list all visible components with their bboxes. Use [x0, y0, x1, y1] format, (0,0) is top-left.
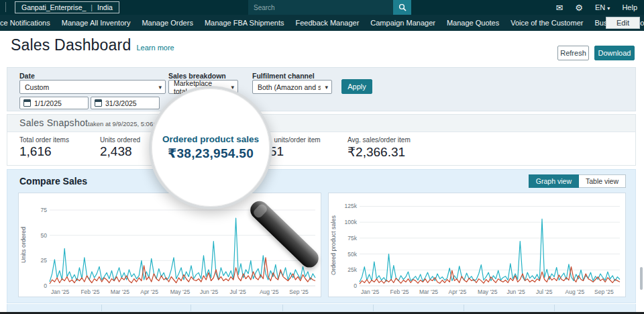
- chevron-down-icon: ▾: [158, 84, 162, 91]
- sales-snapshot-card: Sales Snapshot taken at 9/9/2025, 5:06:5…: [7, 114, 636, 166]
- language-selector[interactable]: EN ▾: [595, 3, 610, 11]
- stat-ordered-product-sales: Ordered product sales ₹38,23,954.50: [180, 136, 263, 160]
- ordered-product-sales-chart: 025k50k75k100k125kJan '25Feb '25Mar '25A…: [338, 193, 625, 297]
- svg-text:0: 0: [354, 282, 357, 289]
- svg-text:Jun '25: Jun '25: [200, 289, 218, 295]
- compare-sales-title: Compare Sales: [19, 176, 87, 187]
- date-range-select[interactable]: Custom ▾: [19, 80, 166, 94]
- stat-label: Avg. sales/order item: [347, 136, 411, 144]
- svg-text:75: 75: [41, 207, 48, 213]
- svg-text:50: 50: [41, 232, 48, 239]
- sales-snapshot-stats: Total order items 1,616 Units ordered 2,…: [7, 132, 635, 166]
- edit-nav-button[interactable]: Edit: [606, 17, 640, 29]
- stat-value: 1.51: [259, 144, 321, 159]
- table-view-button[interactable]: Table view: [579, 174, 626, 188]
- svg-text:Apr '25: Apr '25: [449, 289, 467, 295]
- sales-breakdown-select[interactable]: Marketplace total ▾: [168, 80, 238, 94]
- date-range-value: Custom: [25, 83, 49, 91]
- stat-label: Avg. units/order item: [259, 136, 321, 144]
- nav-item-voice-of-the-customer[interactable]: Voice of the Customer: [511, 19, 583, 27]
- fulfilment-channel-label: Fulfilment channel: [252, 72, 315, 80]
- stat-label: Total order items: [19, 136, 69, 144]
- settings-gear-icon[interactable]: ⚙: [575, 3, 583, 12]
- language-label: EN: [595, 3, 605, 11]
- stat-value: ₹2,366.31: [347, 144, 411, 160]
- calendar-icon: [23, 99, 31, 107]
- svg-text:Jul '25: Jul '25: [536, 289, 553, 295]
- apply-button[interactable]: Apply: [341, 79, 372, 94]
- nav-item-manage-fba-shipments[interactable]: Manage FBA Shipments: [205, 19, 284, 27]
- date-from-input[interactable]: 1/1/2025: [19, 97, 89, 109]
- marketplace-name: India: [97, 3, 113, 11]
- svg-text:Sep '25: Sep '25: [289, 289, 309, 295]
- main-nav: nce Notifications Manage All Inventory M…: [0, 15, 644, 31]
- svg-text:Jan '25: Jan '25: [51, 289, 69, 295]
- date-filter-label: Date: [19, 72, 35, 80]
- stat-total-order-items: Total order items 1,616: [19, 136, 69, 159]
- topbar-divider: [5, 2, 6, 12]
- download-button[interactable]: Download: [594, 46, 635, 60]
- svg-text:Jan '25: Jan '25: [361, 289, 379, 295]
- stat-units-ordered: Units ordered 2,438: [100, 136, 140, 159]
- strip-divider: [282, 305, 283, 311]
- nav-item-notifications[interactable]: nce Notifications: [0, 19, 50, 27]
- filter-panel: Date Custom ▾ 1/1/2025 31/3/2025 Sales b…: [7, 67, 636, 111]
- y-axis-label: Ordered product sales: [329, 193, 338, 297]
- svg-text:Jul '25: Jul '25: [229, 289, 246, 295]
- svg-text:125k: 125k: [345, 203, 358, 209]
- nav-item-manage-quotes[interactable]: Manage Quotes: [447, 19, 499, 27]
- svg-text:Apr '25: Apr '25: [140, 289, 158, 295]
- strip-divider: [191, 305, 191, 311]
- stat-value: 2,438: [100, 144, 140, 159]
- stat-label: Units ordered: [100, 136, 140, 144]
- svg-text:0: 0: [44, 282, 47, 289]
- page-header: Sales Dashboard Learn more Refresh Downl…: [0, 31, 644, 67]
- svg-text:75k: 75k: [347, 235, 357, 242]
- chevron-down-icon: ▾: [325, 84, 328, 91]
- svg-text:100k: 100k: [345, 219, 358, 225]
- nav-item-manage-all-inventory[interactable]: Manage All Inventory: [62, 19, 131, 27]
- sales-snapshot-title: Sales Snapshot: [19, 117, 88, 128]
- help-link[interactable]: Help: [622, 3, 637, 11]
- seller-separator: |: [91, 3, 93, 11]
- svg-text:Mar '25: Mar '25: [111, 289, 129, 295]
- topbar-actions: ✉ ⚙ EN ▾ Help: [555, 0, 637, 15]
- date-to-input[interactable]: 31/3/2025: [91, 97, 160, 109]
- strip-divider: [464, 305, 464, 311]
- global-search: [248, 0, 411, 15]
- scrollbar-thumb[interactable]: [640, 267, 643, 290]
- svg-text:25k: 25k: [347, 266, 357, 273]
- stat-value: 1,616: [19, 144, 69, 159]
- search-button[interactable]: [393, 0, 411, 15]
- account-switcher[interactable]: Ganpati_Enterprise_ | India: [15, 1, 119, 13]
- nav-item-manage-orders[interactable]: Manage Orders: [142, 19, 193, 27]
- nav-item-campaign-manager[interactable]: Campaign Manager: [370, 19, 435, 27]
- svg-text:50k: 50k: [347, 251, 357, 258]
- chevron-down-icon: ▾: [607, 5, 610, 11]
- stat-avg-units-per-order-item: Avg. units/order item 1.51: [259, 136, 321, 159]
- calendar-icon: [95, 99, 102, 107]
- strip-divider: [101, 305, 102, 311]
- strip-divider: [554, 305, 555, 311]
- graph-view-button[interactable]: Graph view: [529, 174, 579, 188]
- svg-text:May '25: May '25: [170, 289, 191, 295]
- stat-avg-sales-per-order-item: Avg. sales/order item ₹2,366.31: [347, 136, 411, 160]
- chevron-down-icon: ▾: [231, 84, 234, 91]
- svg-text:Aug '25: Aug '25: [260, 289, 279, 295]
- svg-text:Sep '25: Sep '25: [594, 289, 614, 295]
- seller-name: Ganpati_Enterprise_: [21, 3, 86, 11]
- strip-divider: [373, 305, 374, 311]
- search-icon: [398, 3, 407, 11]
- search-input[interactable]: [248, 0, 393, 15]
- stat-label: Ordered product sales: [180, 136, 263, 144]
- stat-value: ₹38,23,954.50: [180, 144, 263, 160]
- learn-more-link[interactable]: Learn more: [136, 44, 174, 52]
- nav-item-feedback-manager[interactable]: Feedback Manager: [296, 19, 360, 27]
- messages-icon[interactable]: ✉: [555, 3, 563, 12]
- date-from-value: 1/1/2025: [34, 99, 62, 107]
- snapshot-timestamp: taken at 9/9/2025, 5:06:55 am IST: [88, 120, 184, 127]
- top-bar: Ganpati_Enterprise_ | India ✉ ⚙ EN ▾ Hel…: [0, 0, 644, 15]
- fulfilment-channel-select[interactable]: Both (Amazon and seller) ▾: [252, 80, 332, 94]
- page-title: Sales Dashboard: [11, 36, 131, 54]
- refresh-button[interactable]: Refresh: [557, 46, 589, 60]
